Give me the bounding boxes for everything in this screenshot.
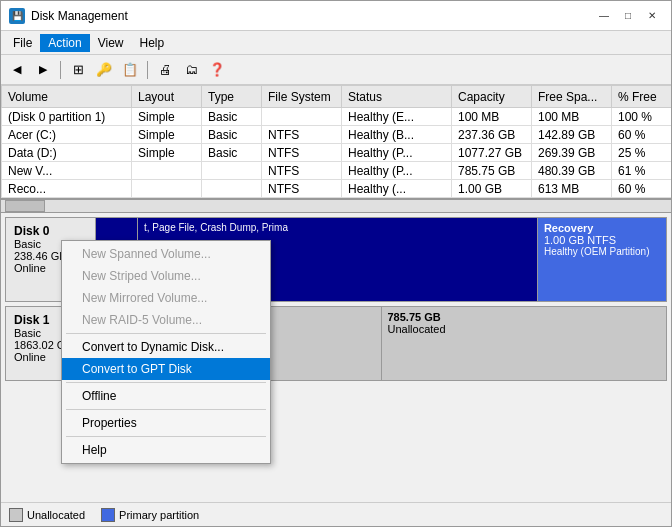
legend-bar: Unallocated Primary partition (1, 502, 671, 526)
toolbar-btn1[interactable]: ⊞ (66, 59, 90, 81)
toolbar-forward[interactable]: ▶ (31, 59, 55, 81)
toolbar-btn6[interactable]: ❓ (205, 59, 229, 81)
ctx-item-6[interactable]: Convert to GPT Disk (62, 358, 270, 380)
toolbar-btn3[interactable]: 📋 (118, 59, 142, 81)
volume-table: Volume Layout Type File System Status Ca… (1, 85, 671, 199)
table-row-1[interactable]: Acer (C:)SimpleBasicNTFSHealthy (B...237… (2, 126, 672, 144)
ctx-item-12[interactable]: Help (62, 439, 270, 461)
ctx-separator-9 (66, 409, 266, 410)
maximize-button[interactable]: □ (617, 6, 639, 26)
table-cell-4-5: 1.00 GB (452, 180, 532, 198)
menu-file[interactable]: File (5, 34, 40, 52)
table-cell-4-2 (202, 180, 262, 198)
ctx-item-2: New Mirrored Volume... (62, 287, 270, 309)
table-cell-3-7: 61 % (612, 162, 672, 180)
table-cell-2-5: 1077.27 GB (452, 144, 532, 162)
ctx-separator-7 (66, 382, 266, 383)
scrollbar-thumb[interactable] (5, 200, 45, 212)
table-cell-0-4: Healthy (E... (342, 108, 452, 126)
table-cell-2-1: Simple (132, 144, 202, 162)
title-bar: 💾 Disk Management — □ ✕ (1, 1, 671, 31)
legend-unallocated-label: Unallocated (27, 509, 85, 521)
toolbar-sep1 (60, 61, 61, 79)
table-cell-3-2 (202, 162, 262, 180)
table-cell-0-1: Simple (132, 108, 202, 126)
title-bar-left: 💾 Disk Management (9, 8, 128, 24)
content-area: Volume Layout Type File System Status Ca… (1, 85, 671, 526)
ctx-item-10[interactable]: Properties (62, 412, 270, 434)
table-cell-4-3: NTFS (262, 180, 342, 198)
disk-1-partition-1[interactable]: 785.75 GB Unallocated (382, 307, 667, 380)
table-cell-1-2: Basic (202, 126, 262, 144)
ctx-separator-4 (66, 333, 266, 334)
col-header-type: Type (202, 86, 262, 108)
menu-view[interactable]: View (90, 34, 132, 52)
window-title: Disk Management (31, 9, 128, 23)
title-bar-controls: — □ ✕ (593, 6, 663, 26)
table-cell-3-0: New V... (2, 162, 132, 180)
table-cell-1-6: 142.89 GB (532, 126, 612, 144)
table-cell-1-3: NTFS (262, 126, 342, 144)
ctx-item-5[interactable]: Convert to Dynamic Disk... (62, 336, 270, 358)
disk-0-partition-2[interactable]: Recovery 1.00 GB NTFS Healthy (OEM Parti… (538, 218, 666, 301)
col-header-status: Status (342, 86, 452, 108)
table-cell-4-1 (132, 180, 202, 198)
ctx-item-8[interactable]: Offline (62, 385, 270, 407)
col-header-layout: Layout (132, 86, 202, 108)
table-cell-3-3: NTFS (262, 162, 342, 180)
ctx-item-1: New Striped Volume... (62, 265, 270, 287)
toolbar-btn5[interactable]: 🗂 (179, 59, 203, 81)
table-row-2[interactable]: Data (D:)SimpleBasicNTFSHealthy (P...107… (2, 144, 672, 162)
menu-action[interactable]: Action (40, 34, 89, 52)
toolbar-btn2[interactable]: 🔑 (92, 59, 116, 81)
table-cell-0-5: 100 MB (452, 108, 532, 126)
menu-bar: File Action View Help (1, 31, 671, 55)
table-cell-3-1 (132, 162, 202, 180)
col-header-capacity: Capacity (452, 86, 532, 108)
table-cell-4-7: 60 % (612, 180, 672, 198)
col-header-fs: File System (262, 86, 342, 108)
horizontal-scrollbar[interactable] (1, 199, 671, 213)
ctx-item-0: New Spanned Volume... (62, 243, 270, 265)
toolbar-back[interactable]: ◀ (5, 59, 29, 81)
table-cell-2-7: 25 % (612, 144, 672, 162)
toolbar: ◀ ▶ ⊞ 🔑 📋 🖨 🗂 ❓ (1, 55, 671, 85)
menu-help[interactable]: Help (132, 34, 173, 52)
close-button[interactable]: ✕ (641, 6, 663, 26)
table-cell-0-6: 100 MB (532, 108, 612, 126)
table-cell-4-0: Reco... (2, 180, 132, 198)
table-row-0[interactable]: (Disk 0 partition 1)SimpleBasicHealthy (… (2, 108, 672, 126)
legend-unallocated-box (9, 508, 23, 522)
ctx-item-3: New RAID-5 Volume... (62, 309, 270, 331)
table-row-4[interactable]: Reco...NTFSHealthy (...1.00 GB613 MB60 % (2, 180, 672, 198)
table-row-3[interactable]: New V...NTFSHealthy (P...785.75 GB480.39… (2, 162, 672, 180)
table-cell-2-2: Basic (202, 144, 262, 162)
disk-1-p1-size: Unallocated (388, 323, 661, 335)
table-cell-1-7: 60 % (612, 126, 672, 144)
legend-unallocated: Unallocated (9, 508, 85, 522)
table-cell-0-2: Basic (202, 108, 262, 126)
table-cell-0-7: 100 % (612, 108, 672, 126)
table-cell-1-4: Healthy (B... (342, 126, 452, 144)
toolbar-btn4[interactable]: 🖨 (153, 59, 177, 81)
legend-primary: Primary partition (101, 508, 199, 522)
table-cell-1-1: Simple (132, 126, 202, 144)
table-cell-0-3 (262, 108, 342, 126)
table-cell-4-6: 613 MB (532, 180, 612, 198)
disk-1-p1-name: 785.75 GB (388, 311, 661, 323)
main-window: 💾 Disk Management — □ ✕ File Action View… (0, 0, 672, 527)
window-icon: 💾 (9, 8, 25, 24)
table-cell-1-5: 237.36 GB (452, 126, 532, 144)
col-header-freespace: Free Spa... (532, 86, 612, 108)
table-cell-2-3: NTFS (262, 144, 342, 162)
toolbar-sep2 (147, 61, 148, 79)
disk-0-p2-name: Recovery (544, 222, 660, 234)
legend-primary-box (101, 508, 115, 522)
table-cell-3-5: 785.75 GB (452, 162, 532, 180)
table-cell-4-4: Healthy (... (342, 180, 452, 198)
table-cell-3-6: 480.39 GB (532, 162, 612, 180)
legend-primary-label: Primary partition (119, 509, 199, 521)
disk-0-p2-desc: Healthy (OEM Partition) (544, 246, 660, 257)
table-cell-2-6: 269.39 GB (532, 144, 612, 162)
minimize-button[interactable]: — (593, 6, 615, 26)
